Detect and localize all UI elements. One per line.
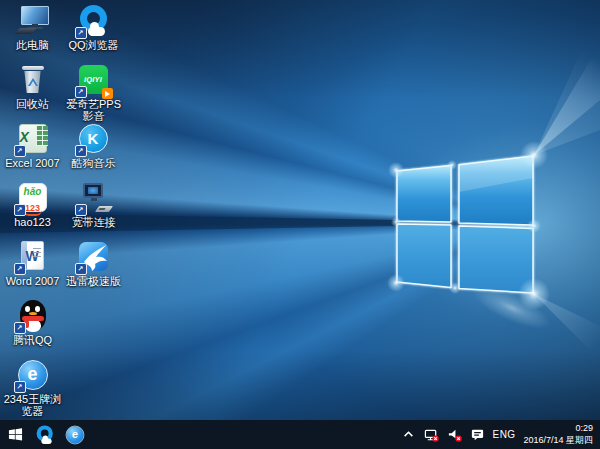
desktop-icon-excel-2007[interactable]: X ↗ Excel 2007 [2,122,63,181]
icon-label: 爱奇艺PPS 影音 [64,98,124,123]
desktop-icon-xunlei-speed[interactable]: ↗ 迅雷极速版 [63,240,124,299]
taskbar-2345-browser-button[interactable]: e [60,420,90,449]
shortcut-arrow-icon: ↗ [14,381,26,393]
icon-label: 此电脑 [16,39,49,51]
tray-expand-chevron-icon[interactable] [401,427,416,442]
icon-label: 宽带连接 [72,216,116,228]
language-indicator[interactable]: ENG [493,429,516,440]
desktop-icon-grid: 此电脑 ↗ QQ浏览器 回收站 iQIYI ↗ 爱奇艺PPS 影音 [2,4,124,417]
qq-penguin-icon: ↗ [16,299,50,333]
start-button[interactable] [0,420,30,449]
desktop-icon-hao123[interactable]: hǎo 123 ↗ hao123 [2,181,63,240]
shortcut-arrow-icon: ↗ [14,263,26,275]
shortcut-arrow-icon: ↗ [75,204,87,216]
desktop-icon-2345-browser[interactable]: e ↗ 2345王牌浏览器 [2,358,63,417]
desktop-icon-word-2007[interactable]: W ↗ Word 2007 [2,240,63,299]
icon-label: 酷狗音乐 [72,157,116,169]
hao123-icon: hǎo 123 ↗ [16,181,50,215]
icon-label: QQ浏览器 [68,39,118,51]
qq-browser-icon: ↗ [77,4,111,38]
shortcut-arrow-icon: ↗ [75,86,87,98]
desktop-icon-this-pc[interactable]: 此电脑 [2,4,63,63]
recycle-bin-icon [16,63,50,97]
iqiyi-pps-icon: iQIYI ↗ [77,63,111,97]
xunlei-bird-icon: ↗ [77,240,111,274]
taskbar-clock[interactable]: 0:29 2016/7/14 星期四 [523,423,593,446]
windows-desktop: 此电脑 ↗ QQ浏览器 回收站 iQIYI ↗ 爱奇艺PPS 影音 [0,0,600,449]
system-tray: ENG 0:29 2016/7/14 星期四 [401,420,600,449]
network-disconnected-icon[interactable] [424,427,439,442]
shortcut-arrow-icon: ↗ [14,204,26,216]
desktop-icon-broadband-connection[interactable]: ↗ 宽带连接 [63,181,124,240]
icon-label: 2345王牌浏览器 [3,393,63,418]
volume-muted-icon[interactable] [447,427,462,442]
broadband-connection-icon: ↗ [77,181,111,215]
this-pc-icon [16,4,50,38]
icon-label: 回收站 [16,98,49,110]
taskbar-qq-browser-button[interactable] [30,420,60,449]
desktop-icon-recycle-bin[interactable]: 回收站 [2,63,63,122]
icon-label: 迅雷极速版 [66,275,121,287]
clock-time: 0:29 [523,423,593,434]
notification-tooltip-icon[interactable] [470,427,485,442]
shortcut-arrow-icon: ↗ [14,145,26,157]
taskbar: e [0,420,600,449]
shortcut-arrow-icon: ↗ [75,27,87,39]
shortcut-arrow-icon: ↗ [75,145,87,157]
desktop-icon-kugou-music[interactable]: K ↗ 酷狗音乐 [63,122,124,181]
windows-start-icon [8,427,23,442]
shortcut-arrow-icon: ↗ [75,263,87,275]
desktop-icon-tencent-qq[interactable]: ↗ 腾讯QQ [2,299,63,358]
kugou-music-icon: K ↗ [77,122,111,156]
2345-browser-icon: e [64,424,85,445]
icon-label: hao123 [14,216,51,228]
excel-icon: X ↗ [16,122,50,156]
word-icon: W ↗ [16,240,50,274]
2345-browser-icon: e ↗ [16,358,50,392]
shortcut-arrow-icon: ↗ [14,322,26,334]
qq-browser-icon [35,424,55,444]
clock-date: 2016/7/14 星期四 [523,435,593,446]
play-badge-icon [102,88,113,99]
icon-label: Excel 2007 [5,157,59,169]
icon-label: 腾讯QQ [13,334,52,346]
desktop-icon-iqiyi-pps[interactable]: iQIYI ↗ 爱奇艺PPS 影音 [63,63,124,122]
icon-label: Word 2007 [6,275,60,287]
desktop-icon-qq-browser[interactable]: ↗ QQ浏览器 [63,4,124,63]
